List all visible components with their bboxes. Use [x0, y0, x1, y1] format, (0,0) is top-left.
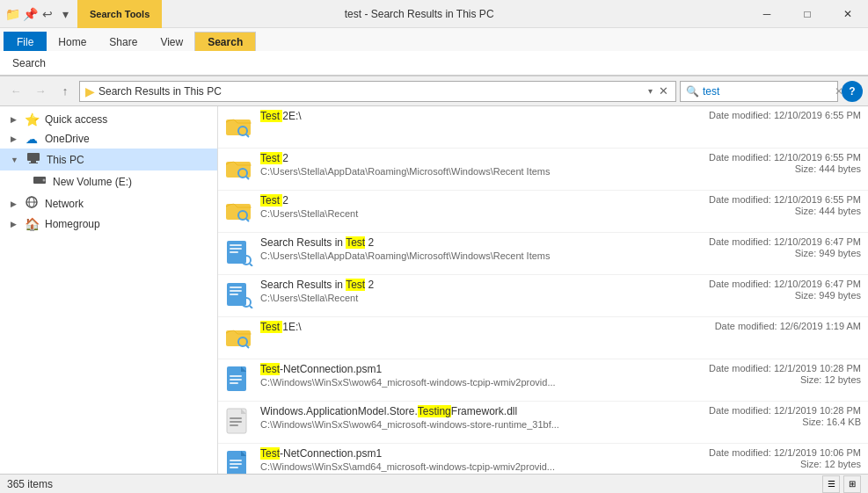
homegroup-icon: 🏠: [24, 217, 40, 231]
ribbon: File Home Share View Search Search: [0, 28, 868, 76]
svg-rect-19: [230, 248, 242, 250]
title-bar: 📁 📌 ↩ ▾ Search Tools test - Search Resul…: [0, 0, 868, 28]
address-dropdown-icon[interactable]: ▾: [648, 86, 653, 96]
result-name: Test 1E:\: [260, 321, 685, 333]
result-date: Date modified: 12/10/2019 6:55 PM: [685, 194, 861, 205]
result-item[interactable]: Search Results in Test 2 C:\Users\Stella…: [218, 275, 868, 317]
result-date: Date modified: 12/1/2019 10:28 PM: [685, 363, 861, 373]
sidebar-item-quick-access[interactable]: ▶ ⭐ Quick access: [0, 110, 217, 129]
ribbon-search-btn[interactable]: Search: [7, 55, 51, 71]
maximize-button[interactable]: □: [787, 0, 828, 28]
close-button[interactable]: ✕: [828, 0, 868, 28]
result-size: Size: 12 bytes: [685, 374, 861, 385]
svg-rect-40: [230, 421, 242, 423]
tab-search[interactable]: Search: [194, 32, 256, 51]
result-item[interactable]: Test 1E:\ Date modified: 12/6/2019 1:19 …: [218, 317, 868, 359]
result-info: Test 2E:\: [260, 110, 685, 124]
sidebar: ▶ ⭐ Quick access ▶ ☁ OneDrive ▼ This PC …: [0, 106, 218, 474]
result-size: Size: 444 bytes: [685, 163, 861, 174]
result-size: Size: 949 bytes: [685, 248, 861, 258]
search-result-icon: [225, 238, 253, 266]
search-input[interactable]: [703, 85, 835, 98]
forward-button[interactable]: →: [30, 81, 51, 102]
address-bar[interactable]: ▶ Search Results in This PC ▾ ✕: [79, 81, 676, 102]
result-item[interactable]: Test 2E:\ Date modified: 12/10/2019 6:55…: [218, 106, 868, 149]
title-bar-controls: ─ □ ✕: [747, 0, 868, 28]
network-icon: [24, 195, 40, 212]
result-name-text: Test 1: [260, 321, 288, 333]
expand-icon: ▼: [11, 156, 18, 164]
sidebar-item-new-volume[interactable]: New Volume (E:): [0, 170, 217, 192]
help-button[interactable]: ?: [842, 81, 863, 102]
details-view-button[interactable]: ☰: [822, 475, 840, 493]
result-item[interactable]: Test 2 C:\Users\Stella\AppData\Roaming\M…: [218, 149, 868, 191]
up-button[interactable]: ↑: [55, 81, 76, 102]
result-path: C:\Windows\WinSxS\wow64_microsoft-window…: [260, 419, 685, 430]
result-item[interactable]: Windows.ApplicationModel.Store.TestingFr…: [218, 402, 868, 444]
result-item[interactable]: Test 2 C:\Users\Stella\Recent Date modif…: [218, 191, 868, 233]
result-path: C:\Users\Stella\AppData\Roaming\Microsof…: [260, 166, 685, 177]
tab-view[interactable]: View: [149, 32, 194, 51]
result-meta: Date modified: 12/6/2019 1:19 AM: [685, 321, 861, 332]
result-info: Test 1E:\: [260, 321, 685, 335]
expand-icon: ▶: [11, 220, 17, 228]
result-info: Test-NetConnection.psm1 C:\Windows\WinSx…: [260, 363, 685, 388]
sidebar-label-quick-access: Quick access: [45, 113, 107, 126]
large-icons-view-button[interactable]: ⊞: [843, 475, 861, 493]
result-name: Test 2E:\: [260, 110, 685, 122]
folder-search-icon: [225, 196, 253, 224]
sidebar-label-network: Network: [45, 198, 84, 210]
tab-home[interactable]: Home: [47, 32, 98, 51]
result-name: Search Results in Test 2: [260, 279, 685, 291]
sidebar-item-network[interactable]: ▶ Network: [0, 192, 217, 214]
result-meta: Date modified: 12/1/2019 10:28 PM Size: …: [685, 405, 861, 428]
result-item[interactable]: Search Results in Test 2 C:\Users\Stella…: [218, 233, 868, 275]
back-button[interactable]: ←: [5, 81, 26, 102]
result-info: Search Results in Test 2 C:\Users\Stella…: [260, 279, 685, 303]
svg-rect-24: [230, 286, 242, 288]
sidebar-label-this-pc: This PC: [47, 154, 84, 166]
drive-icon: [32, 173, 47, 190]
svg-rect-1: [31, 161, 36, 163]
result-date: Date modified: 12/1/2019 10:06 PM: [685, 447, 861, 458]
undo-icon: ↩: [40, 7, 55, 21]
quick-access-icon: 📌: [23, 7, 37, 21]
result-name: Windows.ApplicationModel.Store.TestingFr…: [260, 405, 685, 417]
minimize-button[interactable]: ─: [747, 0, 787, 28]
sidebar-item-homegroup[interactable]: ▶ 🏠 Homegroup: [0, 214, 217, 234]
folder-search-icon: [225, 112, 253, 140]
sidebar-item-onedrive[interactable]: ▶ ☁ OneDrive: [0, 129, 217, 149]
psm-icon: [225, 365, 253, 393]
result-name-text: Test 2: [260, 152, 288, 164]
address-clear-button[interactable]: ✕: [656, 84, 670, 98]
svg-rect-2: [29, 163, 38, 163]
result-item[interactable]: Test-NetConnection.psm1 C:\Windows\WinSx…: [218, 359, 868, 402]
svg-line-22: [250, 264, 252, 266]
svg-rect-34: [230, 375, 242, 377]
result-meta: Date modified: 12/1/2019 10:28 PM Size: …: [685, 363, 861, 386]
result-size: Size: 444 bytes: [685, 206, 861, 216]
svg-rect-25: [230, 290, 242, 292]
svg-point-4: [43, 179, 46, 182]
result-meta: Date modified: 12/10/2019 6:47 PM Size: …: [685, 236, 861, 259]
ribbon-content: Search: [0, 51, 868, 76]
result-date: Date modified: 12/10/2019 6:47 PM: [685, 236, 861, 247]
sidebar-label-new-volume: New Volume (E:): [53, 176, 132, 188]
tab-file[interactable]: File: [4, 32, 47, 51]
result-item[interactable]: Test-NetConnection.psm1 C:\Windows\WinSx…: [218, 444, 868, 474]
result-name: Search Results in Test 2: [260, 236, 685, 249]
result-date: Date modified: 12/10/2019 6:55 PM: [685, 110, 861, 120]
result-name-text: Search Results in Test 2: [260, 236, 374, 249]
dll-icon: [225, 407, 253, 435]
result-info: Test 2 C:\Users\Stella\AppData\Roaming\M…: [260, 152, 685, 177]
content-area[interactable]: Test 2E:\ Date modified: 12/10/2019 6:55…: [218, 106, 868, 474]
tab-share[interactable]: Share: [98, 32, 149, 51]
svg-rect-20: [230, 251, 238, 253]
result-path: C:\Users\Stella\Recent: [260, 293, 685, 303]
result-path: C:\Windows\WinSxS\wow64_microsoft-window…: [260, 377, 685, 388]
sidebar-item-this-pc[interactable]: ▼ This PC: [0, 149, 217, 170]
result-date: Date modified: 12/1/2019 10:28 PM: [685, 405, 861, 416]
search-box[interactable]: 🔍 ✕: [680, 81, 838, 102]
result-path: C:\Windows\WinSxS\amd64_microsoft-window…: [260, 461, 685, 472]
result-info: Windows.ApplicationModel.Store.TestingFr…: [260, 405, 685, 430]
